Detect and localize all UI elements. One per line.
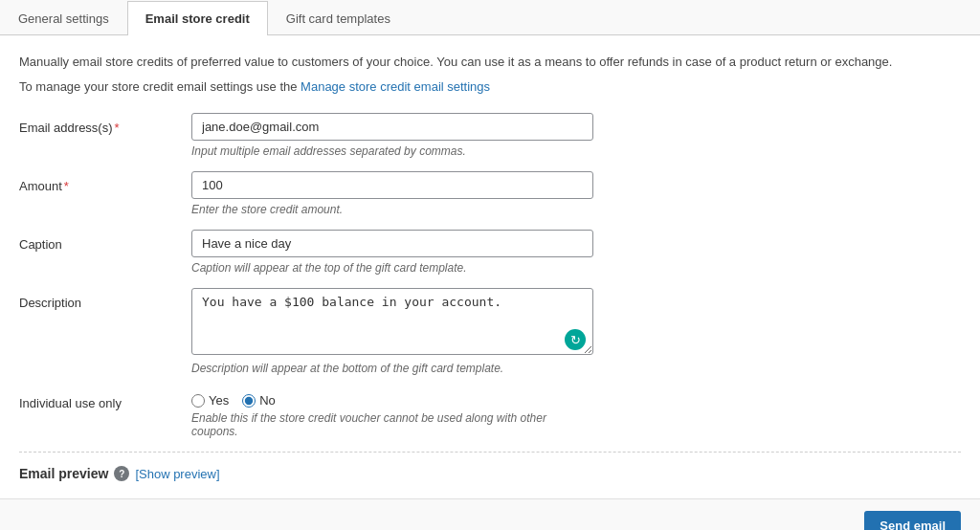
description-line1: Manually email store credits of preferre… <box>19 53 961 72</box>
email-preview-title: Email preview <box>19 466 108 481</box>
amount-field-wrapper: Enter the store credit amount. <box>191 171 593 216</box>
tab-general-settings[interactable]: General settings <box>0 1 127 35</box>
email-preview-section: Email preview ? [Show preview] <box>19 452 961 481</box>
footer: Send email <box>0 498 980 530</box>
email-preview-header: Email preview ? [Show preview] <box>19 466 961 481</box>
amount-row: Amount* Enter the store credit amount. <box>19 171 961 216</box>
email-row: Email address(s)* Input multiple email a… <box>19 113 961 158</box>
individual-use-label: Individual use only <box>19 388 191 410</box>
main-content: Manually email store credits of preferre… <box>0 35 980 498</box>
radio-no-label: No <box>259 393 276 408</box>
radio-no-option[interactable]: No <box>242 393 276 408</box>
individual-use-row: Individual use only Yes No Enable this i <box>19 388 961 438</box>
amount-label: Amount* <box>19 171 191 193</box>
form: Email address(s)* Input multiple email a… <box>19 113 961 438</box>
caption-row: Caption Caption will appear at the top o… <box>19 230 961 275</box>
amount-required-star: * <box>64 179 69 193</box>
description-row: Description ↻ Description will appear at… <box>19 288 961 375</box>
email-field-wrapper: Input multiple email addresses separated… <box>191 113 593 158</box>
description-line2: To manage your store credit email settin… <box>19 77 961 97</box>
description-line2-prefix: To manage your store credit email settin… <box>19 79 301 94</box>
email-label: Email address(s)* <box>19 113 191 135</box>
description-label: Description <box>19 288 191 310</box>
caption-input[interactable] <box>191 230 593 257</box>
description-field-wrapper: ↻ Description will appear at the bottom … <box>191 288 593 375</box>
help-icon[interactable]: ? <box>114 466 129 481</box>
tab-email-store-credit[interactable]: Email store credit <box>127 1 268 35</box>
caption-field-wrapper: Caption will appear at the top of the gi… <box>191 230 593 275</box>
radio-group: Yes No <box>191 388 593 408</box>
refresh-icon[interactable]: ↻ <box>565 329 586 350</box>
individual-use-hint: Enable this if the store credit voucher … <box>191 411 593 438</box>
radio-no-input[interactable] <box>242 394 256 408</box>
tab-gift-card-templates[interactable]: Gift card templates <box>268 1 409 35</box>
email-input[interactable] <box>191 113 593 141</box>
page-wrapper: General settings Email store credit Gift… <box>0 0 980 530</box>
radio-yes-option[interactable]: Yes <box>191 393 229 408</box>
caption-label: Caption <box>19 230 191 252</box>
textarea-wrapper: ↻ <box>191 288 593 358</box>
radio-yes-label: Yes <box>209 393 229 408</box>
amount-input[interactable] <box>191 171 593 199</box>
amount-hint: Enter the store credit amount. <box>191 203 593 216</box>
email-hint: Input multiple email addresses separated… <box>191 144 593 158</box>
radio-yes-input[interactable] <box>191 394 205 408</box>
email-required-star: * <box>115 121 120 135</box>
individual-use-field-wrapper: Yes No Enable this if the store credit v… <box>191 388 593 438</box>
send-email-button[interactable]: Send email <box>864 511 961 530</box>
show-preview-link[interactable]: [Show preview] <box>135 467 219 481</box>
manage-store-credit-link[interactable]: Manage store credit email settings <box>301 79 490 94</box>
tabs-bar: General settings Email store credit Gift… <box>0 0 980 35</box>
caption-hint: Caption will appear at the top of the gi… <box>191 261 593 275</box>
description-hint: Description will appear at the bottom of… <box>191 362 593 375</box>
description-textarea[interactable] <box>191 288 593 355</box>
